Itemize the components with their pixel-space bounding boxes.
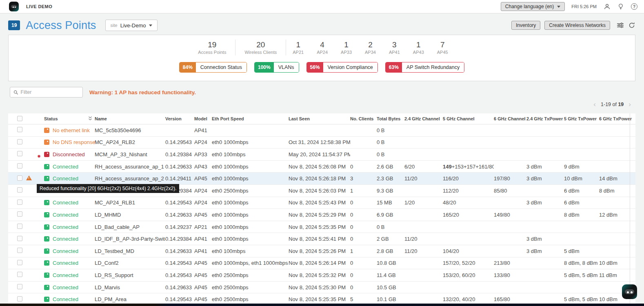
column-5ghz-channel[interactable]: 5 GHz Channel xyxy=(443,116,494,121)
row-checkbox[interactable] xyxy=(17,272,22,277)
stat-item-ap24[interactable]: 4 AP24 xyxy=(310,40,334,55)
ap-version: 0.14.29384 xyxy=(165,151,194,157)
row-checkbox[interactable] xyxy=(17,163,22,169)
ap-name[interactable]: LD_Testbed_MD xyxy=(95,248,165,254)
pagination: ‹ 1-19 of 19 › xyxy=(593,101,632,108)
table-row[interactable]: ✹ Connected RH_access_assurance_ap_1 0.1… xyxy=(8,161,635,173)
row-checkbox[interactable] xyxy=(17,248,22,253)
column-last-seen[interactable]: Last Seen xyxy=(289,116,350,121)
ap-name[interactable]: RH_access_assurance_ap_1 xyxy=(95,164,165,170)
change-language-button[interactable]: Change language (en) xyxy=(501,2,565,11)
ap-24ghz-channel: 11/20 xyxy=(404,236,443,242)
column-no-clients[interactable]: No. Clients xyxy=(350,116,377,121)
status-text: Connected xyxy=(53,212,78,218)
ap-name[interactable]: LD_Bad_cable_AP xyxy=(95,224,165,230)
row-checkbox[interactable] xyxy=(17,200,22,205)
ap-name[interactable]: MCM_AP_33_Nishant xyxy=(95,151,165,157)
ap-name[interactable]: LD_IDF_B_AP-3rd-Party-Switch xyxy=(95,236,165,242)
bulb-icon[interactable] xyxy=(617,3,624,10)
stat-item-wireless-clients[interactable]: 20 Wireless Clients xyxy=(235,40,286,55)
page-prev-icon[interactable]: ‹ xyxy=(593,101,597,108)
table-row[interactable]: ✹ Connected LD_MHMD 0.14.29633 AP45 eth0… xyxy=(8,209,635,221)
table-row[interactable]: ✹ Connected LD_Bad_cable_AP 0.14.29237 A… xyxy=(8,221,635,233)
ap-5ghz-txpower: 5 dBm, 5 dBm xyxy=(564,296,599,302)
filter-field[interactable] xyxy=(10,87,83,98)
ap-name[interactable]: LD_Marvis xyxy=(95,284,165,290)
create-wireless-networks-button[interactable]: Create Wireless Networks xyxy=(544,21,610,30)
row-checkbox[interactable] xyxy=(17,175,22,181)
ap-name[interactable]: MC_AP24_RLB1 xyxy=(95,200,165,206)
refresh-icon[interactable] xyxy=(628,22,635,29)
table-row[interactable]: ✹ Connected MC_AP24_RLB1 0.14.29543 AP24… xyxy=(8,197,635,209)
row-checkbox[interactable] xyxy=(17,284,22,289)
mist-ai-chat-widget[interactable] xyxy=(622,284,637,299)
table-settings-icon[interactable] xyxy=(617,22,624,29)
column-model[interactable]: Model xyxy=(194,116,212,121)
ap-status-icon xyxy=(44,248,49,254)
table-row[interactable]: ✹ Connected RH_access_assurance_ap_2 0.1… xyxy=(8,173,635,185)
user-icon[interactable] xyxy=(603,3,611,10)
mist-logo-icon[interactable] xyxy=(9,2,19,11)
stat-item-ap45[interactable]: 7 AP45 xyxy=(431,40,455,55)
column-24ghz-txpower[interactable]: 2.4 GHz TxPower xyxy=(526,116,564,121)
stat-value: 1 xyxy=(413,40,424,49)
compliance-pill-version-compliance[interactable]: 56% Version Compliance xyxy=(306,62,378,73)
status-text: No ethernet link xyxy=(53,127,90,133)
status-cell: ✹ Connected xyxy=(36,284,95,290)
compliance-pill-ap-switch-redundancy[interactable]: 63% AP Switch Redundancy xyxy=(385,62,464,73)
row-checkbox[interactable] xyxy=(17,151,22,156)
help-icon[interactable]: ? xyxy=(631,3,637,10)
row-checkbox[interactable] xyxy=(17,260,22,265)
column-total-bytes[interactable]: Total Bytes xyxy=(377,116,404,121)
column-6ghz-channel[interactable]: 6 GHz Channel xyxy=(494,116,526,121)
filter-input[interactable] xyxy=(21,89,79,95)
ap-name[interactable]: LD_MHMD xyxy=(95,212,165,218)
stat-item-ap21[interactable]: 1 AP21 xyxy=(286,40,310,55)
row-checkbox[interactable] xyxy=(17,236,22,241)
compliance-pill-vlans[interactable]: 100% VLANs xyxy=(254,62,299,73)
column-eth-port-speed[interactable]: Eth Port Speed xyxy=(212,116,289,121)
ap-24ghz-channel: 6/20 xyxy=(404,164,443,170)
table-row[interactable]: ✹ Connected LD_Conf2 0.14.29543 AP45 eth… xyxy=(8,257,635,270)
ap-name[interactable]: LD_RS_Support xyxy=(95,272,165,278)
ap-name[interactable]: MC_AP24_RLB2 xyxy=(95,139,165,145)
select-all-checkbox[interactable] xyxy=(17,116,22,121)
row-checkbox[interactable] xyxy=(17,127,22,132)
column-24ghz-channel[interactable]: 2.4 GHz Channel xyxy=(404,116,443,121)
page-next-icon[interactable]: › xyxy=(628,101,632,108)
ap-6ghz-channel: 165/80 xyxy=(494,296,526,302)
row-checkbox[interactable] xyxy=(17,296,22,302)
column-status[interactable]: Status xyxy=(36,116,95,121)
stat-item-ap33[interactable]: 1 AP33 xyxy=(334,40,358,55)
ap-name[interactable]: RH_access_assurance_ap_2 xyxy=(95,175,165,182)
table-row[interactable]: ✹ Connected LD_Marvis 0.14.29633 AP45 et… xyxy=(8,282,635,294)
table-row[interactable]: ✹ Connected LD_RS_Support 0.14.29543 AP4… xyxy=(8,269,635,282)
table-row[interactable]: ✹ No ethernet link MC_5c5b350e4696 AP41 … xyxy=(8,124,635,137)
row-checkbox[interactable] xyxy=(17,211,22,217)
table-row[interactable]: ✹ Connected LD_Testbed_MD 0.14.29633 AP4… xyxy=(8,245,635,257)
site-selector[interactable]: site Live-Demo xyxy=(105,20,158,31)
inventory-button[interactable]: Inventory xyxy=(511,21,540,30)
stat-label: Wireless Clients xyxy=(244,50,277,55)
stat-item-ap43[interactable]: 1 AP43 xyxy=(406,40,431,55)
ap-total-bytes: 11.4 GB xyxy=(377,272,404,278)
table-row[interactable]: ✹ Connected LD_IDF_B_AP-3rd-Party-Switch… xyxy=(8,233,635,245)
stat-item-ap34[interactable]: 2 AP34 xyxy=(358,40,382,55)
table-row[interactable]: ✹ No DNS response MC_AP24_RLB2 0.14.2954… xyxy=(8,137,635,149)
ap-24ghz-channel: 1/20 xyxy=(404,200,443,206)
row-checkbox[interactable] xyxy=(17,187,22,193)
column-5ghz-txpower[interactable]: 5 GHz TxPower xyxy=(564,116,599,121)
compliance-pill-connection-status[interactable]: 84% Connection Status xyxy=(179,62,247,73)
ap-name[interactable]: LD_Conf2 xyxy=(95,260,165,266)
stat-item-ap41[interactable]: 3 AP41 xyxy=(382,40,406,55)
row-checkbox[interactable] xyxy=(17,139,22,144)
table-row[interactable]: ✹ Disconnected MCM_AP_33_Nishant 0.14.29… xyxy=(8,149,635,161)
stat-item-access-points[interactable]: 19 Access Points xyxy=(189,40,235,55)
ap-5ghz-channel: 132/20, 40/20 xyxy=(443,296,494,302)
column-version[interactable]: Version xyxy=(165,116,194,121)
row-checkbox[interactable] xyxy=(17,224,22,229)
change-language-label: Change language (en) xyxy=(505,4,554,9)
ap-name[interactable]: LD_PM_Area xyxy=(95,296,165,302)
ap-name[interactable]: MC_5c5b350e4696 xyxy=(95,127,165,133)
column-name[interactable]: Name xyxy=(88,116,165,121)
